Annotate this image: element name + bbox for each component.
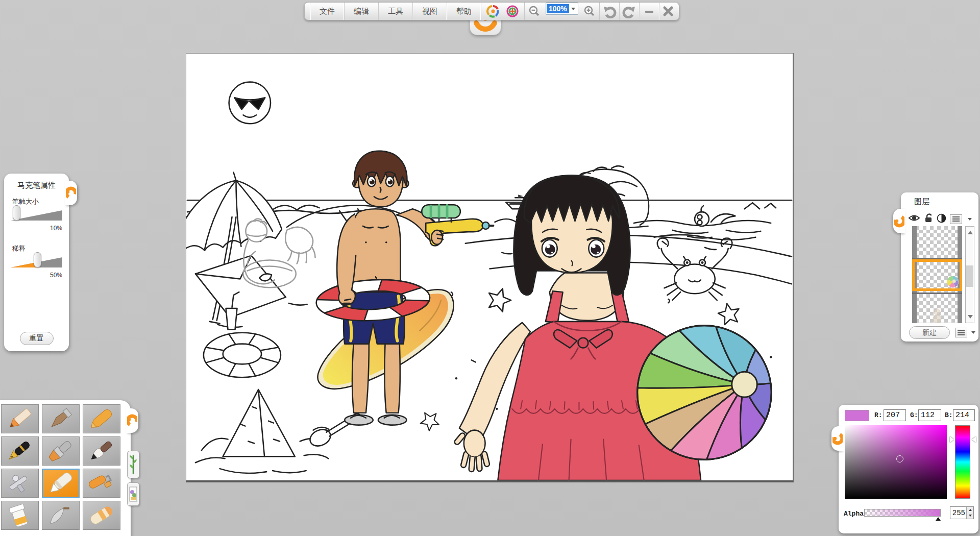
tool-colored-pencil[interactable] xyxy=(1,404,39,433)
layers-title: 图层 xyxy=(914,197,929,207)
swirl-wheel-icon[interactable] xyxy=(503,3,522,20)
tool-paint-bottle[interactable] xyxy=(1,501,39,530)
undo-icon[interactable] xyxy=(600,3,619,20)
tool-palette xyxy=(0,400,131,536)
plant-stamp-button[interactable] xyxy=(127,451,139,478)
sun-with-sunglasses xyxy=(229,82,271,124)
swimmer xyxy=(672,206,761,238)
sv-cursor[interactable] xyxy=(896,455,903,462)
b-label: B: xyxy=(945,411,953,419)
alpha-value: 255 xyxy=(950,507,966,519)
layers-collapse-handle[interactable] xyxy=(893,209,905,233)
tool-pastel-stick[interactable] xyxy=(42,404,80,433)
scroll-down-icon[interactable] xyxy=(968,315,973,319)
scroll-up-icon[interactable] xyxy=(968,231,973,234)
toolbar-drag-tab[interactable] xyxy=(470,18,501,35)
brush-size-slider[interactable] xyxy=(11,207,62,223)
redo-icon[interactable] xyxy=(620,3,639,20)
zoom-level-value: 100% xyxy=(547,4,569,13)
menu-tools[interactable]: 工具 xyxy=(379,3,413,20)
beach-mat xyxy=(195,256,307,327)
spin-down-icon[interactable] xyxy=(967,513,973,519)
tool-eraser[interactable] xyxy=(83,501,120,530)
beach-ball xyxy=(638,326,771,459)
g-input[interactable] xyxy=(918,409,941,421)
clown-smile-icon xyxy=(476,23,495,29)
alpha-slider[interactable] xyxy=(864,509,941,517)
main-toolbar: 文件 编辑 工具 视图 帮助 100% xyxy=(304,2,679,20)
blend-half-circle-icon[interactable] xyxy=(937,213,946,225)
tool-paint-roller[interactable] xyxy=(83,469,120,498)
girl-hand xyxy=(454,430,490,472)
r-input[interactable] xyxy=(884,409,906,421)
tool-crayon[interactable] xyxy=(83,404,120,433)
layer-content-faint-figure xyxy=(932,308,943,323)
new-layer-button[interactable]: 新建 xyxy=(909,326,950,339)
hue-marker-left[interactable] xyxy=(950,436,954,443)
layer-thumbnail-selected[interactable] xyxy=(912,259,962,291)
layer-thumbnail-bottom[interactable] xyxy=(912,294,962,323)
layers-panel: 图层 xyxy=(901,192,978,342)
dilution-label: 稀释 xyxy=(12,244,26,253)
visibility-eye-icon[interactable] xyxy=(908,213,920,225)
life-ring xyxy=(204,333,281,377)
marker-properties-panel: 马克笔属性 笔触大小 10% 稀释 50% 重置 xyxy=(4,174,69,351)
tool-flat-brush[interactable] xyxy=(42,436,80,466)
hue-marker-right[interactable] xyxy=(972,436,976,443)
color-picker-panel: R: G: B: Alpha 255 xyxy=(839,405,978,533)
spin-up-icon[interactable] xyxy=(967,507,973,513)
dilution-slider-handle[interactable] xyxy=(34,252,41,267)
tool-marker[interactable] xyxy=(42,469,80,498)
tool-palette-knife[interactable] xyxy=(42,501,80,530)
panel-title: 马克笔属性 xyxy=(4,181,69,190)
layer-content-beach-ball xyxy=(946,275,960,288)
layer-scrollbar[interactable] xyxy=(965,226,974,323)
brush-size-slider-handle[interactable] xyxy=(13,205,20,221)
menu-edit[interactable]: 编辑 xyxy=(345,3,379,20)
chevron-down-icon[interactable] xyxy=(968,218,972,221)
chevron-down-icon[interactable] xyxy=(971,331,975,334)
r-label: R: xyxy=(874,411,883,419)
saturation-value-picker[interactable] xyxy=(845,425,947,499)
layer-options-icon[interactable] xyxy=(955,328,967,337)
alpha-marker[interactable] xyxy=(936,517,941,521)
palette-collapse-handle[interactable] xyxy=(126,408,138,433)
zoom-in-icon[interactable] xyxy=(580,3,599,20)
color-collapse-handle[interactable] xyxy=(831,426,844,451)
drawing-canvas[interactable] xyxy=(186,53,794,482)
close-icon[interactable] xyxy=(659,3,679,20)
reset-button[interactable]: 重置 xyxy=(20,332,54,345)
zoom-out-icon[interactable] xyxy=(525,3,544,20)
current-color-swatch xyxy=(845,410,869,421)
layer-menu-icon[interactable] xyxy=(950,214,962,224)
sand-pyramid xyxy=(195,389,328,473)
lock-icon[interactable] xyxy=(924,213,933,225)
alpha-label: Alpha xyxy=(844,510,864,518)
b-input[interactable] xyxy=(953,409,975,421)
minimize-icon[interactable] xyxy=(640,3,659,20)
menu-view[interactable]: 视图 xyxy=(413,3,447,20)
chevron-down-icon xyxy=(571,8,575,10)
dilution-slider[interactable] xyxy=(11,254,62,270)
beach-scene-artwork xyxy=(186,54,793,480)
layer-list xyxy=(912,226,962,323)
hue-slider[interactable] xyxy=(955,425,970,499)
menu-file[interactable]: 文件 xyxy=(310,3,345,20)
menu-help[interactable]: 帮助 xyxy=(447,3,481,20)
scrollbar-thumb[interactable] xyxy=(966,265,973,287)
tool-fountain-pen[interactable] xyxy=(1,436,39,466)
brush-size-value: 10% xyxy=(11,225,62,232)
alpha-spinner[interactable]: 255 xyxy=(950,506,974,519)
layer-thumbnail-top[interactable] xyxy=(912,226,962,258)
dilution-value: 50% xyxy=(11,272,62,279)
picture-stamp-button[interactable] xyxy=(127,482,139,506)
g-label: G: xyxy=(910,411,918,419)
zoom-level-select[interactable]: 100% xyxy=(546,3,578,15)
palette-wheel-icon[interactable] xyxy=(483,3,503,20)
tool-ink-brush[interactable] xyxy=(83,436,120,466)
tool-airbrush[interactable] xyxy=(1,469,39,498)
